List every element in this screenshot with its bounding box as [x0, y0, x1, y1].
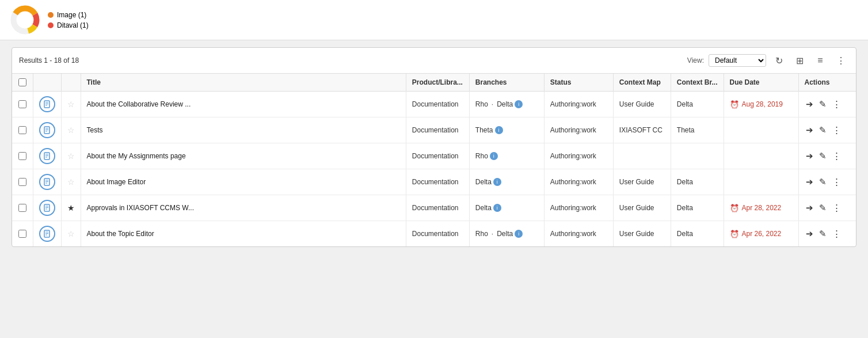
- header-contextmap: Context Map: [613, 74, 671, 92]
- send-button-0[interactable]: ➔: [805, 98, 814, 111]
- edit-button-4[interactable]: ✎: [818, 202, 828, 214]
- view-select[interactable]: Default Compact Comfortable: [709, 54, 766, 67]
- branch-info-icon-3[interactable]: i: [493, 178, 501, 186]
- row-checkbox-3[interactable]: [18, 178, 26, 186]
- legend-item-image: Image (1): [48, 11, 89, 19]
- clock-icon-4: ⏰: [730, 204, 739, 212]
- table-row: ☆ Tests Documentation Theta i Authoring:…: [12, 117, 856, 143]
- edit-button-2[interactable]: ✎: [818, 150, 828, 162]
- branch-info-icon-2[interactable]: i: [490, 152, 498, 160]
- actions-group-3: ➔ ✎ ⋮: [805, 176, 851, 188]
- more-button-2[interactable]: ⋮: [831, 150, 842, 162]
- edit-button-0[interactable]: ✎: [818, 98, 828, 111]
- row-product-cell: Documentation: [406, 195, 469, 221]
- columns-button[interactable]: ⊞: [791, 52, 808, 69]
- results-container: Results 1 - 18 of 18 View: Default Compa…: [12, 47, 856, 247]
- row-branches-cell: Rho · Delta i: [469, 221, 544, 247]
- row-icon-cell: [33, 143, 61, 169]
- row-duedate-cell: [724, 117, 798, 143]
- more-button-4[interactable]: ⋮: [831, 202, 842, 214]
- doc-type-icon: [39, 96, 55, 112]
- row-product-cell: Documentation: [406, 143, 469, 169]
- row-contextmap-cell: User Guide: [613, 221, 671, 247]
- row-star-cell: ☆: [61, 143, 81, 169]
- header-status: Status: [544, 74, 613, 92]
- row-star-cell: ☆: [61, 117, 81, 143]
- send-button-1[interactable]: ➔: [805, 124, 814, 136]
- row-product-cell: Documentation: [406, 169, 469, 195]
- view-label: View:: [687, 56, 704, 64]
- row-status-cell: Authoring:work: [544, 117, 613, 143]
- more-button-3[interactable]: ⋮: [831, 176, 842, 188]
- row-checkbox-1[interactable]: [18, 126, 26, 134]
- header-title: Title: [81, 74, 406, 92]
- send-button-2[interactable]: ➔: [805, 150, 814, 162]
- row-check-cell: [12, 195, 33, 221]
- branch-info-icon-0[interactable]: i: [515, 100, 523, 108]
- row-star-cell: ☆: [61, 169, 81, 195]
- row-title-0: About the Collaborative Review ...: [87, 100, 191, 108]
- row-icon-cell: [33, 195, 61, 221]
- header-icon: [33, 74, 61, 92]
- refresh-button[interactable]: ↻: [771, 52, 787, 69]
- edit-button-1[interactable]: ✎: [818, 124, 828, 136]
- send-button-5[interactable]: ➔: [805, 227, 814, 240]
- row-checkbox-0[interactable]: [18, 100, 26, 108]
- branch-info-icon-5[interactable]: i: [515, 230, 523, 238]
- row-title-3: About Image Editor: [87, 178, 146, 186]
- branch-tag-0: Rho · Delta i: [475, 100, 523, 108]
- more-button-0[interactable]: ⋮: [831, 98, 842, 111]
- table-wrapper: Title Product/Libra... Branches Status C…: [12, 74, 856, 246]
- star-button-2[interactable]: ☆: [67, 151, 75, 161]
- branch-tag-3: Delta i: [475, 178, 501, 186]
- table-row: ☆ About Image Editor Documentation Delta…: [12, 169, 856, 195]
- edit-button-5[interactable]: ✎: [818, 227, 828, 240]
- row-title-cell: Approvals in IXIASOFT CCMS W...: [81, 195, 406, 221]
- row-duedate-cell: ⏰Apr 26, 2022: [724, 221, 798, 247]
- row-check-cell: [12, 221, 33, 247]
- send-button-4[interactable]: ➔: [805, 202, 814, 214]
- row-check-cell: [12, 117, 33, 143]
- row-title-cell: About the My Assignments page: [81, 143, 406, 169]
- row-title-1: Tests: [87, 126, 103, 134]
- row-status-cell: Authoring:work: [544, 221, 613, 247]
- doc-type-icon: [39, 226, 55, 242]
- filter-button[interactable]: ≡: [812, 52, 828, 69]
- more-button-1[interactable]: ⋮: [831, 124, 842, 136]
- row-check-cell: [12, 143, 33, 169]
- star-button-5[interactable]: ☆: [67, 229, 75, 238]
- actions-group-0: ➔ ✎ ⋮: [805, 98, 851, 111]
- header-star: [61, 74, 81, 92]
- row-contextbr-cell: Delta: [671, 195, 724, 221]
- more-options-button[interactable]: ⋮: [833, 52, 849, 69]
- row-checkbox-2[interactable]: [18, 152, 26, 160]
- select-all-checkbox[interactable]: [18, 78, 26, 86]
- table-row: ★ Approvals in IXIASOFT CCMS W... Docume…: [12, 195, 856, 221]
- row-title-cell: About the Topic Editor: [81, 221, 406, 247]
- row-checkbox-4[interactable]: [18, 204, 26, 212]
- star-button-1[interactable]: ☆: [67, 126, 75, 135]
- row-check-cell: [12, 169, 33, 195]
- actions-group-4: ➔ ✎ ⋮: [805, 202, 851, 214]
- row-duedate-cell: [724, 169, 798, 195]
- send-button-3[interactable]: ➔: [805, 176, 814, 188]
- star-button-0[interactable]: ☆: [67, 100, 75, 109]
- row-checkbox-5[interactable]: [18, 230, 26, 238]
- edit-button-3[interactable]: ✎: [818, 176, 828, 188]
- star-button-4[interactable]: ★: [67, 203, 75, 212]
- legend-label-ditaval: Ditaval (1): [57, 21, 89, 29]
- star-button-3[interactable]: ☆: [67, 177, 75, 187]
- row-title-2: About the My Assignments page: [87, 152, 186, 160]
- header-branches: Branches: [469, 74, 544, 92]
- row-actions-cell: ➔ ✎ ⋮: [798, 195, 856, 221]
- more-button-5[interactable]: ⋮: [831, 227, 842, 240]
- row-contextmap-cell: User Guide: [613, 195, 671, 221]
- top-legend-area: Image (1) Ditaval (1): [0, 0, 868, 40]
- branch-info-icon-1[interactable]: i: [495, 126, 503, 134]
- doc-type-icon: [39, 148, 55, 164]
- header-duedate: Due Date: [724, 74, 798, 92]
- actions-group-1: ➔ ✎ ⋮: [805, 124, 851, 136]
- row-contextbr-cell: [671, 143, 724, 169]
- row-branches-cell: Rho · Delta i: [469, 92, 544, 117]
- branch-info-icon-4[interactable]: i: [493, 204, 501, 212]
